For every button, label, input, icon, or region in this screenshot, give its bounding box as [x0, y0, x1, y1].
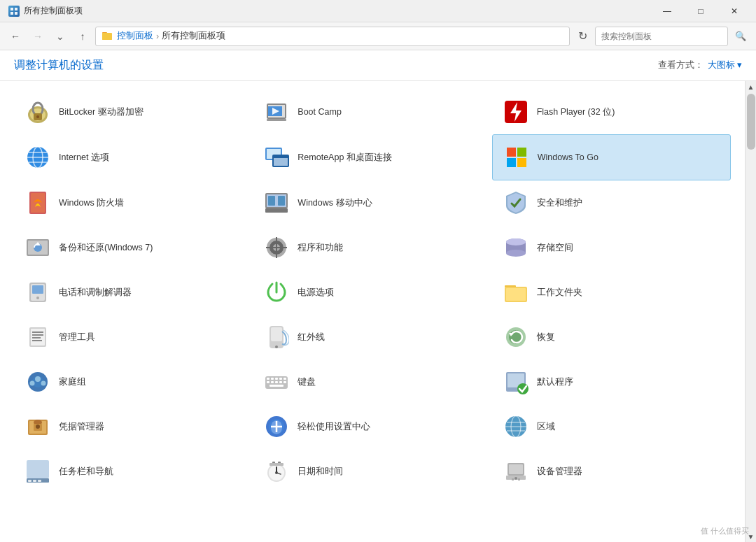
item-label-keyboard: 键盘 — [298, 376, 316, 387]
refresh-button[interactable]: ↻ — [573, 27, 592, 46]
search-icon[interactable]: 🔍 — [731, 27, 750, 46]
forward-button[interactable]: → — [28, 27, 48, 46]
view-mode-button[interactable]: 大图标 ▾ — [708, 59, 742, 71]
svg-rect-60 — [506, 288, 526, 301]
grid-item-credential[interactable]: 凭据管理器 — [14, 404, 253, 449]
toolbar: 调整计算机的设置 查看方式： 大图标 ▾ — [0, 50, 756, 81]
svg-rect-68 — [271, 327, 282, 341]
grid-item-mobilecenter[interactable]: Windows 移动中心 — [253, 180, 491, 225]
firewall-icon — [24, 189, 52, 217]
svg-rect-2 — [10, 12, 13, 15]
svg-rect-85 — [271, 381, 274, 383]
svg-rect-107 — [27, 460, 49, 478]
item-label-workfolder: 工作文件夹 — [537, 287, 582, 298]
svg-rect-121 — [509, 464, 523, 474]
backup-icon — [24, 234, 52, 262]
item-label-accessibility: 轻松使用设置中心 — [298, 421, 370, 432]
grid-item-recovery[interactable]: 恢复 — [492, 315, 731, 359]
breadcrumb-current: 所有控制面板项 — [162, 30, 225, 42]
close-button[interactable]: ✕ — [718, 0, 750, 22]
svg-rect-83 — [284, 378, 286, 380]
grid-item-defaultprog[interactable]: 默认程序 — [492, 359, 731, 404]
item-label-remoteapp: RemoteApp 和桌面连接 — [298, 152, 391, 163]
svg-rect-64 — [32, 334, 43, 336]
maximize-button[interactable]: □ — [685, 0, 717, 22]
window-controls: — □ ✕ — [651, 0, 750, 22]
address-bar: ← → ⌄ ↑ 控制面板 › 所有控制面板项 ↻ 🔍 — [0, 22, 756, 50]
accessibility-icon — [262, 413, 290, 441]
minimize-button[interactable]: — — [651, 0, 683, 22]
item-label-infrared: 红外线 — [298, 331, 325, 343]
grid-item-bootcamp[interactable]: Boot Camp — [253, 90, 491, 134]
addr-right-area: ↻ 🔍 — [573, 27, 750, 46]
grid-item-taskbar[interactable]: 任务栏和导航 — [14, 449, 253, 494]
item-label-storage: 存储空间 — [537, 242, 573, 253]
grid-item-keyboard[interactable]: 键盘 — [253, 359, 491, 404]
grid-item-datetime[interactable]: 日期和时间 — [253, 449, 491, 494]
grid-item-power[interactable]: 电源选项 — [253, 270, 491, 315]
grid-item-admintools[interactable]: 管理工具 — [14, 315, 253, 359]
watermark: 值 什么值得买 — [701, 526, 749, 536]
item-label-recovery: 恢复 — [537, 331, 555, 343]
bootcamp-icon — [262, 98, 290, 126]
grid-item-homegroup[interactable]: 家庭组 — [14, 359, 253, 404]
up-button[interactable]: ↑ — [73, 27, 92, 46]
flash-icon — [502, 98, 530, 126]
grid-item-internet[interactable]: Internet 选项 — [14, 134, 253, 180]
workfolder-icon — [502, 278, 530, 306]
svg-point-76 — [30, 381, 35, 386]
grid-item-infrared[interactable]: 红外线 — [253, 315, 491, 359]
svg-rect-86 — [275, 381, 278, 383]
content-wrapper: BitLocker 驱动器加密Boot CampFlash Player (32… — [0, 81, 756, 542]
item-label-programs: 程序和功能 — [298, 242, 343, 253]
scrollbar[interactable]: ▲ ▼ — [745, 81, 756, 542]
titlebar: 所有控制面板项 — □ ✕ — [0, 0, 756, 22]
svg-rect-32 — [517, 158, 526, 167]
power-icon — [262, 278, 290, 306]
item-label-power: 电源选项 — [298, 287, 334, 298]
grid-item-backup[interactable]: 备份和还原(Windows 7) — [14, 225, 253, 270]
grid-item-programs[interactable]: 程序和功能 — [253, 225, 491, 270]
grid-item-storage[interactable]: 存储空间 — [492, 225, 731, 270]
toolbar-title: 调整计算机的设置 — [14, 58, 104, 73]
internet-icon — [24, 143, 52, 171]
svg-point-11 — [36, 115, 39, 118]
search-input[interactable] — [595, 27, 728, 46]
grid-item-devmgr[interactable]: 设备管理器 — [492, 449, 731, 494]
mobilecenter-icon — [262, 189, 290, 217]
grid-item-bitlocker[interactable]: BitLocker 驱动器加密 — [14, 90, 253, 134]
windowstogo-icon — [503, 143, 531, 171]
grid-item-remoteapp[interactable]: RemoteApp 和桌面连接 — [253, 134, 491, 180]
svg-rect-30 — [517, 148, 526, 157]
grid-item-phone[interactable]: 电话和调制解调器 — [14, 270, 253, 315]
grid-item-accessibility[interactable]: 轻松使用设置中心 — [253, 404, 491, 449]
svg-rect-80 — [271, 378, 274, 380]
svg-rect-66 — [32, 340, 42, 341]
back-button[interactable]: ← — [6, 27, 25, 46]
scroll-track[interactable] — [746, 92, 756, 531]
svg-rect-81 — [275, 378, 278, 380]
remoteapp-icon — [262, 143, 290, 171]
recovery-icon — [502, 323, 530, 351]
grid-item-security[interactable]: 安全和维护 — [492, 180, 731, 225]
item-label-bitlocker: BitLocker 驱动器加密 — [59, 106, 144, 117]
svg-rect-110 — [33, 480, 36, 482]
item-label-admintools: 管理工具 — [59, 331, 95, 343]
scroll-up-arrow[interactable]: ▲ — [746, 81, 757, 92]
grid-item-windowstogo[interactable]: Windows To Go — [492, 134, 731, 180]
svg-rect-29 — [507, 148, 516, 157]
main-content: BitLocker 驱动器加密Boot CampFlash Player (32… — [0, 81, 745, 542]
breadcrumb-controlpanel[interactable]: 控制面板 — [117, 30, 153, 42]
grid-item-flashplayer[interactable]: Flash Player (32 位) — [492, 90, 731, 134]
infrared-icon — [262, 323, 290, 351]
item-label-taskbar: 任务栏和导航 — [59, 466, 113, 477]
grid-item-workfolder[interactable]: 工作文件夹 — [492, 270, 731, 315]
dropdown-button[interactable]: ⌄ — [50, 27, 70, 46]
item-label-devmgr: 设备管理器 — [537, 466, 582, 477]
grid-item-firewall[interactable]: Windows 防火墙 — [14, 180, 253, 225]
svg-rect-6 — [102, 33, 112, 40]
grid-item-region[interactable]: 区域 — [492, 404, 731, 449]
scroll-thumb[interactable] — [747, 94, 755, 150]
datetime-icon — [262, 457, 290, 485]
svg-rect-79 — [267, 378, 270, 380]
